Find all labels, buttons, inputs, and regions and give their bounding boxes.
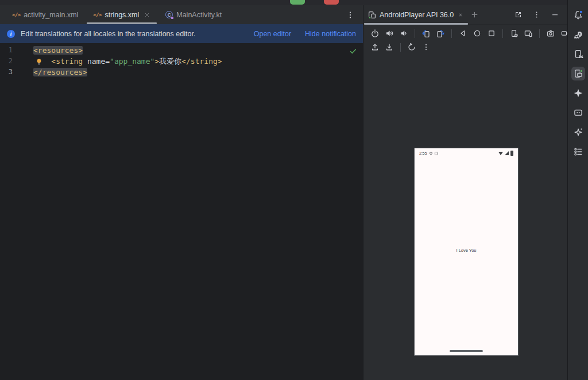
editor-tab-bar: </> activity_main.xml </> strings.xml C … <box>0 5 363 24</box>
app-hello-text: I Love You <box>415 248 518 253</box>
logcat-button[interactable] <box>571 106 585 120</box>
open-in-new-window-icon[interactable] <box>512 9 524 21</box>
minimize-panel-icon[interactable] <box>549 9 560 21</box>
code-editor[interactable]: 1 <resources> 2 <string name="app_name">… <box>0 43 363 380</box>
main-toolbar-strip <box>0 0 588 5</box>
gemini-button[interactable] <box>571 86 585 100</box>
emulator-toolbar <box>363 25 567 54</box>
home-button[interactable] <box>471 28 483 39</box>
banner-message: Edit translations for all locales in the… <box>21 30 195 38</box>
tab-strings-xml[interactable]: </> strings.xml <box>86 5 158 24</box>
code-line: 1 <resources> <box>0 45 363 56</box>
gradle-button[interactable] <box>571 28 585 41</box>
volume-down-button[interactable] <box>398 28 409 39</box>
external-display-button[interactable] <box>523 28 534 39</box>
tab-label: MainActivity.kt <box>176 11 222 19</box>
device-manager-button[interactable] <box>571 47 585 61</box>
status-time: 2:55 <box>419 151 427 155</box>
device-tab[interactable]: AndroidPlayer API 36.0 <box>363 5 469 24</box>
xml-tag: </string> <box>181 57 222 66</box>
screenshot-notification-icon <box>435 152 438 155</box>
panel-options-menu-icon[interactable] <box>531 9 542 21</box>
running-devices-panel: AndroidPlayer API 36.0 <box>363 5 567 380</box>
tab-mainactivity-kt[interactable]: C MainActivity.kt <box>158 5 229 24</box>
tab-label: strings.xml <box>105 11 140 19</box>
xml-tag: <string <box>51 57 83 66</box>
device-panel-header: AndroidPlayer API 36.0 <box>363 5 567 25</box>
volume-up-button[interactable] <box>384 28 395 39</box>
close-tab-icon[interactable] <box>144 11 150 18</box>
string-resource-text: 我爱你 <box>159 57 181 66</box>
running-devices-button[interactable] <box>571 67 585 80</box>
alarm-icon <box>430 152 432 155</box>
device-settings-button[interactable] <box>508 28 520 39</box>
editor-options-menu-icon[interactable] <box>346 10 355 20</box>
emulator-screen[interactable]: 2:55 I Love You <box>415 148 518 355</box>
kotlin-class-icon: C <box>165 11 173 18</box>
structure-button[interactable] <box>571 145 585 159</box>
emulator-toolbar-row-1 <box>369 28 562 39</box>
line-number: 3 <box>0 67 13 78</box>
xml-tag: </resources> <box>33 68 87 76</box>
add-device-tab-icon[interactable] <box>469 9 480 21</box>
editor-column: </> activity_main.xml </> strings.xml C … <box>0 5 363 380</box>
tab-activity-main-xml[interactable]: </> activity_main.xml <box>5 5 86 24</box>
line-number: 2 <box>0 56 13 67</box>
gesture-navigation-pill[interactable] <box>450 350 483 352</box>
battery-icon <box>510 151 513 156</box>
xml-tag: <resources> <box>33 46 83 55</box>
tab-label: activity_main.xml <box>24 11 78 19</box>
stop-button[interactable] <box>324 0 339 5</box>
line-number: 1 <box>0 45 13 56</box>
xml-file-icon: </> <box>93 11 101 18</box>
upload-file-button[interactable] <box>369 41 381 53</box>
snapshots-button[interactable] <box>406 41 417 53</box>
run-button[interactable] <box>290 0 305 5</box>
notifications-button[interactable] <box>571 8 585 22</box>
hide-notification-link[interactable]: Hide notification <box>305 30 356 38</box>
wifi-icon <box>498 152 503 155</box>
code-line: 2 <string name="app_name">我爱你</string> <box>0 56 363 67</box>
inspections-ok-icon[interactable] <box>349 47 357 57</box>
phone-status-bar: 2:55 <box>415 148 518 156</box>
rotate-right-button[interactable] <box>435 28 446 39</box>
signal-icon <box>505 151 509 155</box>
translations-notification-banner: i Edit translations for all locales in t… <box>0 24 363 43</box>
xml-file-icon: </> <box>12 11 20 18</box>
power-button[interactable] <box>369 28 381 39</box>
rotate-left-button[interactable] <box>420 28 432 39</box>
device-tab-title: AndroidPlayer API 36.0 <box>380 11 454 19</box>
ai-assistant-button[interactable] <box>571 125 585 139</box>
xml-attr-name: name <box>87 57 105 66</box>
android-studio-window: </> activity_main.xml </> strings.xml C … <box>0 0 588 380</box>
emulator-toolbar-row-2 <box>369 41 562 53</box>
open-editor-link[interactable]: Open editor <box>254 30 291 38</box>
info-icon: i <box>7 30 15 38</box>
back-button[interactable] <box>457 28 469 39</box>
close-device-tab-icon[interactable] <box>457 11 464 18</box>
code-line: 3 </resources> <box>0 67 363 78</box>
intention-bulb-icon[interactable] <box>36 58 42 67</box>
running-device-icon <box>368 11 376 19</box>
right-tool-window-strip <box>567 0 588 380</box>
overview-button[interactable] <box>486 28 497 39</box>
xml-attr-value: "app_name" <box>110 57 154 66</box>
screenshot-button[interactable] <box>545 28 556 39</box>
emulator-more-options-icon[interactable] <box>420 41 432 53</box>
download-file-button[interactable] <box>384 41 395 53</box>
